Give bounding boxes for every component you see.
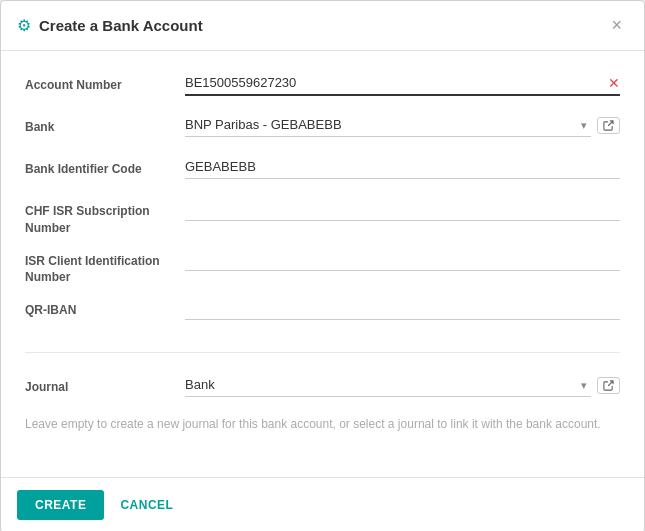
bank-identifier-label: Bank Identifier Code bbox=[25, 155, 185, 178]
bank-select-container: BNP Paribas - GEBABEBB ▾ bbox=[185, 113, 591, 137]
journal-hint: Leave empty to create a new journal for … bbox=[25, 415, 620, 433]
modal-title: Create a Bank Account bbox=[39, 17, 203, 34]
bank-label: Bank bbox=[25, 113, 185, 136]
bank-row: Bank BNP Paribas - GEBABEBB ▾ bbox=[25, 113, 620, 145]
create-button[interactable]: CREATE bbox=[17, 490, 104, 520]
isr-client-label: ISR Client Identification Number bbox=[25, 247, 185, 287]
qr-iban-label: QR-IBAN bbox=[25, 296, 185, 319]
cancel-button[interactable]: CANCEL bbox=[116, 490, 177, 520]
qr-iban-row: QR-IBAN bbox=[25, 296, 620, 328]
journal-select[interactable]: Bank bbox=[185, 373, 591, 397]
account-number-label: Account Number bbox=[25, 71, 185, 94]
isr-client-field bbox=[185, 247, 620, 271]
form-section-main: Account Number ✕ Bank BNP Paribas - GEBA… bbox=[25, 71, 620, 328]
gear-icon: ⚙ bbox=[17, 16, 31, 35]
qr-iban-field bbox=[185, 296, 620, 320]
isr-client-row: ISR Client Identification Number bbox=[25, 247, 620, 287]
bank-field: BNP Paribas - GEBABEBB ▾ bbox=[185, 113, 620, 137]
bank-identifier-input[interactable] bbox=[185, 155, 620, 179]
chf-isr-input[interactable] bbox=[185, 197, 620, 221]
modal-header-left: ⚙ Create a Bank Account bbox=[17, 16, 203, 35]
qr-iban-input[interactable] bbox=[185, 296, 620, 320]
account-number-row: Account Number ✕ bbox=[25, 71, 620, 103]
journal-select-container: Bank ▾ bbox=[185, 373, 591, 397]
isr-client-input[interactable] bbox=[185, 247, 620, 271]
modal-footer: CREATE CANCEL bbox=[1, 477, 644, 531]
chf-isr-row: CHF ISR Subscription Number bbox=[25, 197, 620, 237]
create-bank-account-modal: ⚙ Create a Bank Account × Account Number… bbox=[0, 0, 645, 531]
journal-label: Journal bbox=[25, 373, 185, 396]
bank-identifier-row: Bank Identifier Code bbox=[25, 155, 620, 187]
bank-identifier-field bbox=[185, 155, 620, 179]
journal-external-link-button[interactable] bbox=[597, 377, 620, 394]
close-button[interactable]: × bbox=[605, 13, 628, 38]
section-divider bbox=[25, 352, 620, 353]
chf-isr-field bbox=[185, 197, 620, 221]
journal-row: Journal Bank ▾ bbox=[25, 373, 620, 405]
chf-isr-label: CHF ISR Subscription Number bbox=[25, 197, 185, 237]
bank-external-link-button[interactable] bbox=[597, 117, 620, 134]
modal-header: ⚙ Create a Bank Account × bbox=[1, 1, 644, 51]
journal-field: Bank ▾ bbox=[185, 373, 620, 397]
clear-account-number-icon[interactable]: ✕ bbox=[608, 75, 620, 91]
bank-select[interactable]: BNP Paribas - GEBABEBB bbox=[185, 113, 591, 137]
modal-body: Account Number ✕ Bank BNP Paribas - GEBA… bbox=[1, 51, 644, 477]
account-number-input[interactable] bbox=[185, 71, 620, 96]
form-section-journal: Journal Bank ▾ bbox=[25, 373, 620, 433]
account-number-field: ✕ bbox=[185, 71, 620, 96]
